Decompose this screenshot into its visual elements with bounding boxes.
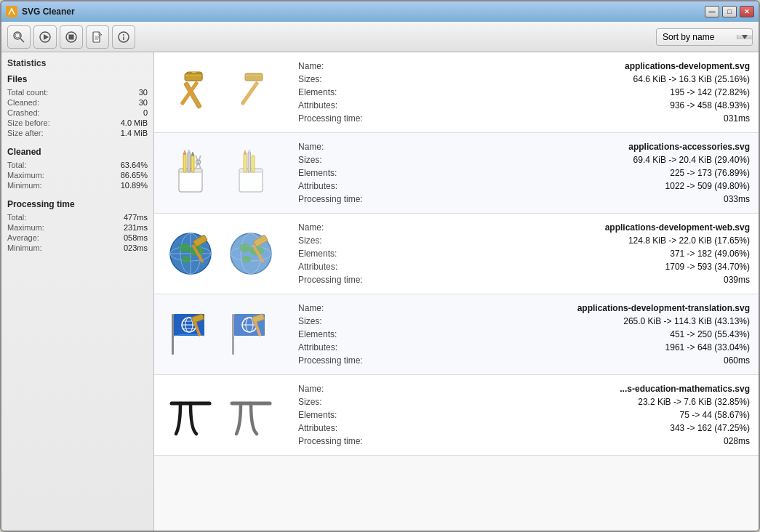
sizes-value: 23.2 KiB -> 7.6 KiB (32.85%) [638, 397, 750, 407]
proc-min-label: Minimum: [7, 243, 42, 252]
crashed-value: 0 [143, 108, 148, 117]
content-area[interactable]: Name: applications-development.svg Sizes… [154, 52, 759, 531]
svg-marker-44 [248, 150, 251, 153]
sort-dropdown-arrow[interactable] [737, 35, 752, 39]
info-row-elements: Elements: 225 -> 173 (76.89%) [298, 166, 750, 180]
cleaned-count-label: Cleaned: [7, 98, 39, 107]
attributes-label: Attributes: [298, 262, 378, 272]
info-row-elements: Elements: 75 -> 44 (58.67%) [298, 408, 750, 422]
sort-select[interactable]: Sort by name Sort by size Sort by date [657, 29, 737, 45]
svg-point-59 [239, 243, 251, 252]
proc-min-value: 023ms [124, 243, 148, 252]
svg-rect-20 [185, 73, 202, 81]
stop-tool-button[interactable] [60, 25, 83, 49]
info-row-attributes: Attributes: 936 -> 458 (48.93%) [298, 99, 750, 112]
info-row-processing: Processing time: 039ms [298, 273, 750, 286]
crashed-label: Crashed: [7, 108, 40, 117]
size-after-value: 1.4 MiB [121, 129, 148, 137]
sidebar: Statistics Files Total count: 30 Cleaned… [1, 52, 154, 531]
svg-rect-7 [69, 34, 74, 39]
cleaned-max-value: 86.65% [121, 171, 148, 180]
file-images [163, 227, 287, 281]
processing-value: 028ms [724, 436, 750, 446]
file-info: Name: ...s-education-mathematics.svg Siz… [298, 382, 750, 448]
file-images [163, 307, 287, 362]
name-label: Name: [298, 222, 378, 233]
svg-point-61 [242, 256, 251, 263]
svg-rect-45 [252, 156, 255, 172]
sizes-value: 69.4 KiB -> 20.4 KiB (29.40%) [633, 155, 750, 165]
svg-rect-64 [172, 314, 174, 355]
sizes-value: 124.8 KiB -> 22.0 KiB (17.65%) [628, 235, 750, 246]
file-icon-before [163, 388, 217, 443]
info-row-processing: Processing time: 031ms [298, 112, 750, 125]
search-tool-button[interactable] [7, 25, 31, 49]
app-icon [6, 6, 17, 17]
elements-value: 225 -> 173 (76.89%) [670, 168, 750, 178]
play-tool-button[interactable] [33, 25, 57, 49]
svg-rect-29 [179, 169, 202, 172]
info-row-name: Name: ...s-education-mathematics.svg [298, 382, 750, 395]
info-row-attributes: Attributes: 343 -> 162 (47.25%) [298, 422, 750, 435]
minimize-button[interactable]: — [705, 6, 719, 17]
file-item: Name: applications-development.svg Sizes… [154, 52, 759, 133]
window-controls: — □ ✕ [705, 6, 754, 17]
sizes-label: Sizes: [298, 155, 378, 165]
svg-line-2 [20, 39, 24, 42]
file-item: Name: applications-accessories.svg Sizes… [154, 133, 759, 214]
close-button[interactable]: ✕ [740, 6, 754, 17]
info-tool-button[interactable] [112, 25, 135, 49]
info-row-name: Name: applications-development-web.svg [298, 221, 750, 234]
sizes-label: Sizes: [298, 235, 378, 246]
svg-marker-33 [188, 150, 191, 153]
name-label: Name: [298, 61, 378, 71]
file-info: Name: applications-accessories.svg Sizes… [298, 140, 750, 206]
file-images [163, 388, 287, 443]
svg-rect-43 [248, 153, 251, 172]
svg-marker-16 [742, 35, 748, 39]
info-row-attributes: Attributes: 1022 -> 509 (49.80%) [298, 180, 750, 193]
cleaned-total-value: 63.64% [121, 161, 148, 169]
attributes-value: 1709 -> 593 (34.70%) [665, 262, 750, 272]
proc-total-label: Total: [7, 213, 26, 222]
info-row-sizes: Sizes: 69.4 KiB -> 20.4 KiB (29.40%) [298, 153, 750, 166]
cleaned-min-value: 10.89% [121, 181, 148, 190]
toolbar-left [7, 25, 135, 49]
toolbar-right: Sort by name Sort by size Sort by date [656, 28, 753, 46]
file-icon-after [223, 65, 278, 120]
svg-marker-42 [244, 150, 247, 154]
sizes-label: Sizes: [298, 74, 378, 84]
stat-row-proc-total: Total: 477ms [7, 212, 148, 222]
svg-rect-73 [232, 314, 234, 355]
file-tool-button[interactable] [86, 25, 109, 49]
svg-rect-34 [191, 156, 194, 172]
stat-row-size-before: Size before: 4.0 MiB [7, 118, 148, 128]
svg-marker-9 [99, 32, 102, 35]
main-window: SVG Cleaner — □ ✕ [0, 0, 760, 532]
cleaned-min-label: Minimum: [7, 181, 42, 190]
processing-value: 033ms [724, 194, 750, 204]
total-count-value: 30 [139, 88, 148, 97]
files-section: Files Total count: 30 Cleaned: 30 Crashe… [7, 74, 148, 138]
size-before-label: Size before: [7, 118, 50, 127]
cleaned-section: Cleaned Total: 63.64% Maximum: 86.65% Mi… [7, 147, 148, 190]
info-row-attributes: Attributes: 1961 -> 648 (33.04%) [298, 341, 750, 354]
cleaned-count-value: 30 [139, 98, 148, 107]
processing-label: Processing time: [298, 355, 378, 366]
svg-rect-32 [188, 153, 191, 172]
svg-rect-27 [240, 81, 259, 105]
file-info: Name: applications-development-translati… [298, 302, 750, 367]
svg-rect-24 [245, 73, 263, 81]
maximize-button[interactable]: □ [722, 6, 737, 17]
svg-point-51 [179, 243, 191, 252]
proc-avg-value: 058ms [124, 233, 148, 242]
sort-dropdown[interactable]: Sort by name Sort by size Sort by date [656, 28, 753, 46]
proc-max-label: Maximum: [7, 223, 44, 232]
file-name: applications-accessories.svg [628, 142, 750, 152]
stat-row-cleaned-total: Total: 63.64% [7, 160, 148, 170]
svg-rect-40 [239, 169, 263, 172]
stat-row-cleaned-min: Minimum: 10.89% [7, 180, 148, 190]
info-row-elements: Elements: 195 -> 142 (72.82%) [298, 86, 750, 99]
sidebar-title: Statistics [7, 58, 148, 68]
cleaned-max-label: Maximum: [7, 171, 44, 180]
